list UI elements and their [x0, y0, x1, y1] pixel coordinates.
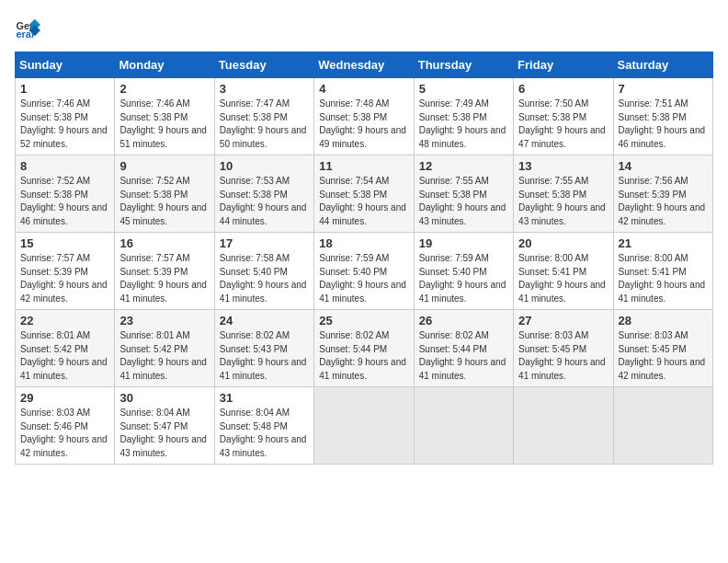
day-info: Sunrise: 7:53 AM Sunset: 5:38 PM Dayligh… — [220, 175, 309, 228]
day-number: 6 — [518, 82, 608, 96]
calendar-cell: 24 Sunrise: 8:02 AM Sunset: 5:43 PM Dayl… — [214, 310, 313, 387]
calendar-cell: 7 Sunrise: 7:51 AM Sunset: 5:38 PM Dayli… — [613, 78, 712, 155]
day-info: Sunrise: 8:02 AM Sunset: 5:44 PM Dayligh… — [319, 329, 408, 383]
weekday-header-friday: Friday — [514, 52, 613, 78]
calendar-table: SundayMondayTuesdayWednesdayThursdayFrid… — [15, 52, 713, 465]
day-info: Sunrise: 8:00 AM Sunset: 5:41 PM Dayligh… — [619, 252, 708, 305]
day-info: Sunrise: 8:02 AM Sunset: 5:43 PM Dayligh… — [220, 329, 309, 383]
day-number: 4 — [319, 82, 408, 96]
calendar-cell: 16 Sunrise: 7:57 AM Sunset: 5:39 PM Dayl… — [115, 233, 214, 310]
day-number: 23 — [119, 314, 209, 327]
calendar-cell: 14 Sunrise: 7:56 AM Sunset: 5:39 PM Dayl… — [613, 155, 712, 233]
weekday-header-thursday: Thursday — [414, 52, 513, 78]
day-number: 1 — [20, 82, 109, 96]
calendar-cell: 2 Sunrise: 7:46 AM Sunset: 5:38 PM Dayli… — [115, 78, 214, 155]
day-info: Sunrise: 7:48 AM Sunset: 5:38 PM Dayligh… — [319, 98, 408, 151]
weekday-header-monday: Monday — [115, 52, 214, 78]
day-number: 2 — [119, 82, 209, 96]
day-info: Sunrise: 7:59 AM Sunset: 5:40 PM Dayligh… — [319, 252, 408, 305]
day-number: 22 — [20, 314, 109, 327]
day-number: 14 — [619, 159, 708, 173]
day-info: Sunrise: 7:46 AM Sunset: 5:38 PM Dayligh… — [20, 98, 109, 151]
day-info: Sunrise: 8:01 AM Sunset: 5:42 PM Dayligh… — [119, 329, 209, 383]
day-info: Sunrise: 7:50 AM Sunset: 5:38 PM Dayligh… — [518, 98, 608, 151]
day-number: 7 — [619, 82, 708, 96]
day-number: 30 — [119, 391, 209, 405]
calendar-cell: 1 Sunrise: 7:46 AM Sunset: 5:38 PM Dayli… — [16, 78, 115, 155]
day-number: 12 — [419, 159, 508, 173]
day-number: 5 — [419, 82, 508, 96]
day-number: 21 — [619, 236, 708, 250]
day-info: Sunrise: 8:00 AM Sunset: 5:41 PM Dayligh… — [518, 252, 608, 305]
day-number: 11 — [319, 159, 408, 173]
calendar-cell: 9 Sunrise: 7:52 AM Sunset: 5:38 PM Dayli… — [115, 155, 214, 233]
calendar-cell: 18 Sunrise: 7:59 AM Sunset: 5:40 PM Dayl… — [314, 233, 414, 310]
day-number: 19 — [419, 236, 508, 250]
day-info: Sunrise: 7:51 AM Sunset: 5:38 PM Dayligh… — [619, 98, 708, 151]
day-number: 26 — [419, 314, 508, 327]
calendar-cell: 30 Sunrise: 8:04 AM Sunset: 5:47 PM Dayl… — [115, 387, 214, 465]
day-number: 24 — [220, 314, 309, 327]
calendar-cell: 3 Sunrise: 7:47 AM Sunset: 5:38 PM Dayli… — [214, 78, 313, 155]
day-info: Sunrise: 8:04 AM Sunset: 5:48 PM Dayligh… — [220, 407, 309, 460]
logo-icon: Gen eral — [15, 15, 40, 40]
calendar-cell: 15 Sunrise: 7:57 AM Sunset: 5:39 PM Dayl… — [16, 233, 115, 310]
day-number: 10 — [220, 159, 309, 173]
logo: Gen eral — [15, 15, 44, 40]
day-info: Sunrise: 8:03 AM Sunset: 5:46 PM Dayligh… — [20, 407, 109, 460]
day-number: 9 — [119, 159, 209, 173]
day-info: Sunrise: 7:59 AM Sunset: 5:40 PM Dayligh… — [419, 252, 508, 305]
weekday-header-wednesday: Wednesday — [314, 52, 414, 78]
day-info: Sunrise: 8:04 AM Sunset: 5:47 PM Dayligh… — [119, 407, 209, 460]
calendar-cell: 6 Sunrise: 7:50 AM Sunset: 5:38 PM Dayli… — [514, 78, 613, 155]
weekday-header-tuesday: Tuesday — [214, 52, 313, 78]
day-number: 31 — [220, 391, 309, 405]
day-number: 28 — [619, 314, 708, 327]
day-info: Sunrise: 7:54 AM Sunset: 5:38 PM Dayligh… — [319, 175, 408, 228]
calendar-cell — [514, 387, 613, 465]
calendar-cell — [414, 387, 513, 465]
calendar-cell: 19 Sunrise: 7:59 AM Sunset: 5:40 PM Dayl… — [414, 233, 513, 310]
day-number: 3 — [220, 82, 309, 96]
day-info: Sunrise: 7:55 AM Sunset: 5:38 PM Dayligh… — [419, 175, 508, 228]
calendar-cell: 22 Sunrise: 8:01 AM Sunset: 5:42 PM Dayl… — [16, 310, 115, 387]
calendar-cell: 23 Sunrise: 8:01 AM Sunset: 5:42 PM Dayl… — [115, 310, 214, 387]
page-header: Gen eral — [15, 15, 713, 40]
calendar-cell: 25 Sunrise: 8:02 AM Sunset: 5:44 PM Dayl… — [314, 310, 414, 387]
weekday-header-sunday: Sunday — [16, 52, 115, 78]
day-number: 13 — [518, 159, 608, 173]
calendar-cell: 17 Sunrise: 7:58 AM Sunset: 5:40 PM Dayl… — [214, 233, 313, 310]
day-number: 15 — [20, 236, 109, 250]
day-info: Sunrise: 7:55 AM Sunset: 5:38 PM Dayligh… — [518, 175, 608, 228]
day-number: 18 — [319, 236, 408, 250]
calendar-cell: 13 Sunrise: 7:55 AM Sunset: 5:38 PM Dayl… — [514, 155, 613, 233]
calendar-cell: 11 Sunrise: 7:54 AM Sunset: 5:38 PM Dayl… — [314, 155, 414, 233]
day-info: Sunrise: 8:01 AM Sunset: 5:42 PM Dayligh… — [20, 329, 109, 383]
calendar-cell: 12 Sunrise: 7:55 AM Sunset: 5:38 PM Dayl… — [414, 155, 513, 233]
calendar-cell: 28 Sunrise: 8:03 AM Sunset: 5:45 PM Dayl… — [613, 310, 712, 387]
day-info: Sunrise: 7:52 AM Sunset: 5:38 PM Dayligh… — [20, 175, 109, 228]
day-number: 16 — [119, 236, 209, 250]
day-number: 20 — [518, 236, 608, 250]
calendar-cell — [314, 387, 414, 465]
calendar-cell: 31 Sunrise: 8:04 AM Sunset: 5:48 PM Dayl… — [214, 387, 313, 465]
day-info: Sunrise: 7:57 AM Sunset: 5:39 PM Dayligh… — [20, 252, 109, 305]
day-info: Sunrise: 7:49 AM Sunset: 5:38 PM Dayligh… — [419, 98, 508, 151]
day-info: Sunrise: 7:46 AM Sunset: 5:38 PM Dayligh… — [119, 98, 209, 151]
day-info: Sunrise: 8:03 AM Sunset: 5:45 PM Dayligh… — [518, 329, 608, 383]
calendar-cell: 10 Sunrise: 7:53 AM Sunset: 5:38 PM Dayl… — [214, 155, 313, 233]
calendar-cell: 4 Sunrise: 7:48 AM Sunset: 5:38 PM Dayli… — [314, 78, 414, 155]
day-number: 29 — [20, 391, 109, 405]
day-number: 27 — [518, 314, 608, 327]
day-info: Sunrise: 7:58 AM Sunset: 5:40 PM Dayligh… — [220, 252, 309, 305]
calendar-cell: 8 Sunrise: 7:52 AM Sunset: 5:38 PM Dayli… — [16, 155, 115, 233]
day-number: 25 — [319, 314, 408, 327]
day-info: Sunrise: 7:56 AM Sunset: 5:39 PM Dayligh… — [619, 175, 708, 228]
day-info: Sunrise: 8:02 AM Sunset: 5:44 PM Dayligh… — [419, 329, 508, 383]
day-number: 17 — [220, 236, 309, 250]
calendar-cell: 21 Sunrise: 8:00 AM Sunset: 5:41 PM Dayl… — [613, 233, 712, 310]
day-info: Sunrise: 7:47 AM Sunset: 5:38 PM Dayligh… — [220, 98, 309, 151]
day-info: Sunrise: 7:52 AM Sunset: 5:38 PM Dayligh… — [119, 175, 209, 228]
calendar-cell: 29 Sunrise: 8:03 AM Sunset: 5:46 PM Dayl… — [16, 387, 115, 465]
calendar-cell: 27 Sunrise: 8:03 AM Sunset: 5:45 PM Dayl… — [514, 310, 613, 387]
